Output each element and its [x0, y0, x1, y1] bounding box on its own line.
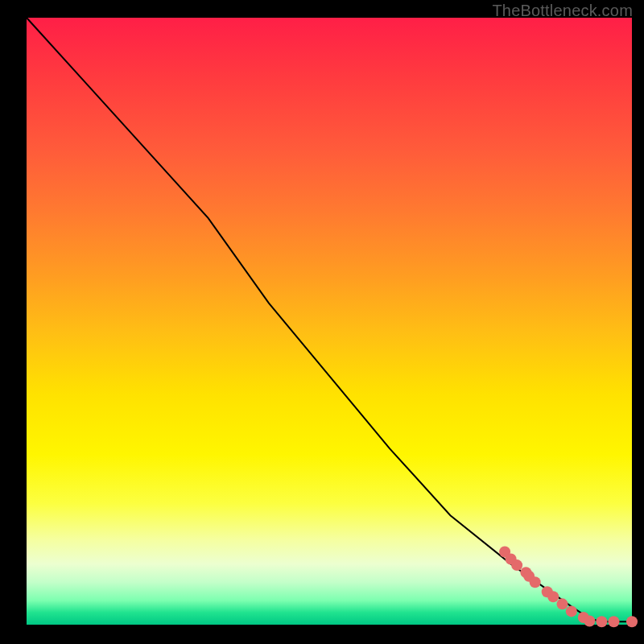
- data-point: [566, 605, 577, 617]
- data-point: [511, 559, 522, 571]
- data-point: [547, 591, 559, 602]
- data-point: [626, 616, 638, 627]
- data-point: [596, 616, 607, 627]
- data-point: [530, 576, 541, 588]
- data-point: [557, 598, 568, 609]
- chart-stage: TheBottleneck.com: [0, 0, 644, 644]
- curve-path: [27, 18, 632, 621]
- data-point: [608, 616, 619, 627]
- data-point: [584, 615, 595, 626]
- line-series: [27, 18, 632, 621]
- scatter-series: [499, 547, 638, 628]
- chart-overlay: [27, 18, 632, 625]
